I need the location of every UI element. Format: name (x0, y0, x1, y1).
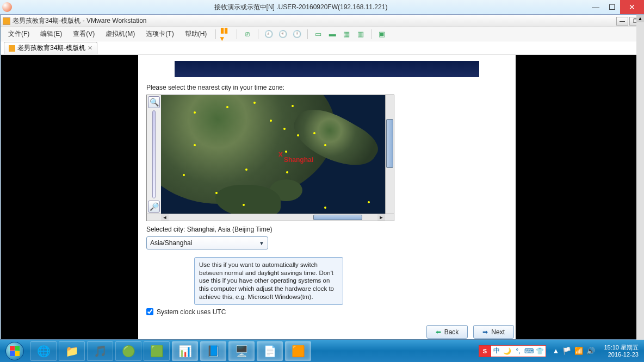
next-button-label: Next (491, 328, 505, 336)
menu-file[interactable]: 文件(F) (4, 28, 34, 40)
timezone-select[interactable]: Asia/Shanghai ▼ (146, 236, 268, 249)
ime-moon-icon[interactable]: 🌙 (502, 346, 513, 357)
remote-viewer-titlebar: 接收演示或示范中[N] .USER-20160920FW(192.168.11.… (0, 0, 644, 15)
view-fullscreen-button[interactable]: ▬ (326, 29, 338, 40)
menu-edit[interactable]: 编辑(E) (36, 28, 66, 40)
installer-nav-buttons: ⬅ Back ➡ Next (426, 325, 514, 339)
tray-icons: ▲ 🏳️ 📶 🔊 (549, 347, 599, 355)
zoom-in-button[interactable]: 🔍 (148, 96, 160, 108)
tray-volume-icon[interactable]: 🔊 (586, 347, 595, 355)
remote-viewer-window-controls: — ☐ ✕ (587, 0, 644, 14)
taskbar-ie-button[interactable]: 🌐 (30, 341, 57, 361)
vm-console: Please select the nearest city in your t… (1, 55, 643, 339)
selected-city-value: Shanghai, Asia (Beijing Time) (187, 226, 273, 233)
vmware-menubar: 文件(F) 编辑(E) 查看(V) 虚拟机(M) 选项卡(T) 帮助(H) ▮▮… (1, 27, 643, 41)
selected-city-map-label: Shanghai (284, 156, 313, 164)
vmware-window: 老男孩教育34期-模版机 - VMware Workstation — ❐ 文件… (0, 15, 644, 340)
timezone-prompt: Please select the nearest city in your t… (146, 84, 507, 91)
next-arrow-icon: ➡ (482, 328, 488, 336)
taskbar-clock[interactable]: 15:10 星期五 2016-12-23 (598, 344, 644, 358)
vm-tab-label: 老男孩教育34期-模版机 (17, 43, 85, 53)
zoom-slider[interactable] (152, 110, 156, 198)
utc-tooltip: Use this if you want to automatically sw… (194, 257, 343, 305)
menu-vm[interactable]: 虚拟机(M) (101, 28, 139, 40)
vm-tab-icon (9, 45, 15, 52)
view-unity-button[interactable]: ▦ (340, 29, 352, 40)
taskbar-chrome-button[interactable]: 🟢 (115, 341, 141, 361)
view-single-button[interactable]: ▭ (312, 29, 324, 40)
vmware-title: 老男孩教育34期-模版机 - VMware Workstation (13, 16, 616, 26)
vmware-minimize-button[interactable]: — (616, 17, 628, 26)
remote-viewer-icon (2, 2, 12, 12)
vmware-titlebar: 老男孩教育34期-模版机 - VMware Workstation — ❐ (1, 15, 643, 27)
selected-city-line: Selected city: Shanghai, Asia (Beijing T… (146, 226, 507, 233)
snapshot-revert-button[interactable]: 🕙 (277, 29, 289, 40)
next-button[interactable]: ➡ Next (473, 325, 514, 339)
minimize-button[interactable]: — (587, 0, 604, 14)
vmware-app-icon (3, 17, 10, 25)
windows-taskbar: 🌐 📁 🎵 🟢 🟩 📊 📘 🖥️ 📄 🟧 S 中 🌙 °, ⌨ 👕 ▲ 🏳️ 📶… (0, 340, 644, 362)
pause-vm-button[interactable]: ▮▮ ▾ (220, 29, 232, 40)
zoom-out-button[interactable]: 🔎 (148, 201, 160, 213)
remote-viewer-scrollbar[interactable]: ▲ (636, 15, 644, 340)
ime-punct-icon[interactable]: °, (513, 346, 524, 357)
map-vertical-scrollbar[interactable] (385, 95, 394, 214)
ime-toolbar[interactable]: S 中 🌙 °, ⌨ 👕 (479, 345, 546, 357)
taskbar-explorer-button[interactable]: 📁 (59, 341, 85, 361)
taskbar-ppt-button[interactable]: 📊 (172, 341, 198, 361)
taskbar-remote-button[interactable]: 🖥️ (228, 341, 255, 361)
vm-tab-close-button[interactable]: ✕ (88, 45, 92, 52)
vm-tab-active[interactable]: 老男孩教育34期-模版机 ✕ (4, 42, 97, 54)
utc-checkbox-row: System clock uses UTC (146, 308, 507, 316)
ime-keyboard-icon[interactable]: ⌨ (524, 346, 535, 357)
taskbar-vmware-button[interactable]: 🟧 (285, 341, 311, 361)
selected-city-label: Selected city: (146, 226, 187, 233)
menu-help[interactable]: 帮助(H) (181, 28, 212, 40)
installer-panel: Please select the nearest city in your t… (138, 55, 516, 339)
taskbar-notepadpp-button[interactable]: 📄 (257, 341, 283, 361)
ime-skin-icon[interactable]: 👕 (535, 346, 546, 357)
library-toggle-button[interactable]: ▣ (376, 29, 388, 40)
send-ctrl-alt-del-button[interactable]: ⎚ (242, 29, 253, 40)
timezone-select-value: Asia/Shanghai (150, 239, 192, 247)
tray-network-icon[interactable]: 📶 (574, 347, 583, 355)
utc-checkbox-label: System clock uses UTC (157, 308, 226, 316)
utc-checkbox[interactable] (146, 308, 153, 315)
tray-expand-icon[interactable]: ▲ (553, 347, 560, 355)
installer-banner (175, 61, 479, 77)
clock-date: 2016-12-23 (604, 351, 639, 358)
back-button-label: Back (444, 328, 459, 336)
clock-day: 星期五 (621, 344, 639, 351)
dropdown-arrow-icon: ▼ (259, 240, 264, 246)
vmware-tabbar: 老男孩教育34期-模版机 ✕ (1, 41, 643, 54)
timezone-map[interactable]: x Shanghai (161, 95, 385, 214)
ime-logo-icon: S (479, 346, 491, 357)
menu-tabs[interactable]: 选项卡(T) (141, 28, 178, 40)
close-button[interactable]: ✕ (620, 0, 644, 14)
hscroll-left-arrow-icon[interactable]: ◄ (161, 214, 169, 221)
hscroll-right-arrow-icon[interactable]: ► (377, 214, 385, 221)
map-horizontal-scrollbar[interactable]: ◄ ► (146, 214, 394, 221)
selected-city-marker-icon: x (278, 149, 283, 158)
back-button[interactable]: ⬅ Back (426, 325, 468, 339)
ime-mode-zhong[interactable]: 中 (491, 346, 502, 357)
clock-time: 15:10 (604, 344, 619, 351)
map-zoom-controls: 🔍 🔎 (147, 95, 161, 214)
taskbar-word-button[interactable]: 📘 (200, 341, 226, 361)
taskbar-wmp-button[interactable]: 🎵 (87, 341, 113, 361)
snapshot-manager-button[interactable]: 🕛 (291, 29, 303, 40)
menu-view[interactable]: 查看(V) (69, 28, 99, 40)
view-console-button[interactable]: ▥ (355, 29, 367, 40)
taskbar-utorrent-button[interactable]: 🟩 (144, 341, 170, 361)
remote-viewer-title: 接收演示或示范中[N] .USER-20160920FW(192.168.11.… (14, 3, 587, 12)
back-arrow-icon: ⬅ (436, 328, 441, 336)
timezone-map-container: 🔍 🔎 (146, 95, 394, 214)
maximize-button[interactable]: ☐ (604, 0, 620, 14)
snapshot-take-button[interactable]: 🕘 (263, 29, 275, 40)
start-button[interactable] (0, 340, 29, 362)
system-tray: S 中 🌙 °, ⌨ 👕 ▲ 🏳️ 📶 🔊 15:10 星期五 2016-12-… (479, 340, 644, 362)
tray-flag-icon[interactable]: 🏳️ (562, 347, 571, 355)
